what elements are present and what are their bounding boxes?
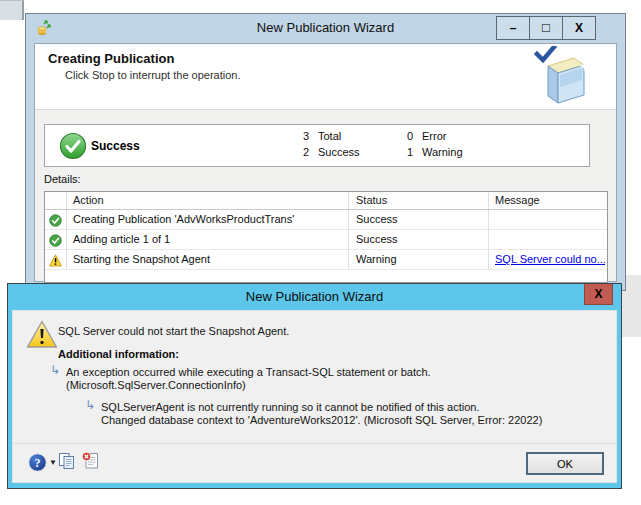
copy-message-button[interactable] bbox=[58, 452, 76, 470]
error-detail-line: An exception occurred while executing a … bbox=[66, 366, 431, 379]
stat-total: 3Total bbox=[297, 130, 341, 142]
table-row[interactable]: Adding article 1 of 1 Success bbox=[45, 230, 607, 250]
success-row-icon bbox=[49, 233, 62, 246]
error-detail-item: ↳ SQLServerAgent is not currently runnin… bbox=[101, 401, 542, 427]
row-status: Warning bbox=[356, 253, 397, 265]
svg-text:?: ? bbox=[35, 456, 41, 470]
background-window-fragment-left bbox=[0, 0, 24, 20]
wizard-titlebar[interactable]: New Publication Wizard – □ X bbox=[26, 14, 625, 43]
column-header-action[interactable]: Action bbox=[73, 194, 104, 206]
page-title: Creating Publication bbox=[48, 51, 174, 66]
close-button[interactable]: X bbox=[562, 16, 596, 40]
row-status: Success bbox=[356, 213, 398, 225]
help-button[interactable]: ? bbox=[28, 453, 47, 472]
row-action: Starting the Snapshot Agent bbox=[73, 253, 210, 265]
save-error-report-button[interactable] bbox=[81, 451, 100, 470]
error-detail-line: Changed database context to 'AdventureWo… bbox=[101, 414, 542, 427]
branch-arrow-icon: ↳ bbox=[50, 364, 60, 377]
success-row-icon bbox=[49, 213, 62, 226]
desktop: New Publication Wizard – □ X Creating Pu… bbox=[0, 0, 641, 505]
error-detail-line: (Microsoft.SqlServer.ConnectionInfo) bbox=[66, 379, 431, 392]
wizard-header: Creating Publication Click Stop to inter… bbox=[35, 44, 616, 110]
dialog-close-button[interactable]: X bbox=[584, 284, 613, 305]
warning-triangle-icon bbox=[26, 320, 58, 349]
summary-status-label: Success bbox=[91, 139, 140, 153]
dialog-error-message: SQL Server could not start the Snapshot … bbox=[58, 325, 289, 337]
error-detail-line: SQLServerAgent is not currently running … bbox=[101, 401, 542, 414]
footer-separator bbox=[13, 443, 616, 444]
window-controls: – □ X bbox=[497, 16, 596, 40]
wizard-window: New Publication Wizard – □ X Creating Pu… bbox=[25, 13, 626, 291]
stat-error: 0Error bbox=[401, 130, 446, 142]
dialog-titlebar[interactable]: New Publication Wizard X bbox=[8, 284, 621, 310]
additional-information-label: Additional information: bbox=[58, 348, 179, 360]
success-check-icon bbox=[59, 132, 87, 160]
column-header-message[interactable]: Message bbox=[495, 194, 540, 206]
details-table: Action Status Message Creating Publicati… bbox=[44, 191, 608, 283]
error-dialog: New Publication Wizard X SQL Server coul… bbox=[7, 283, 622, 489]
column-header-status[interactable]: Status bbox=[356, 194, 387, 206]
ok-button[interactable]: OK bbox=[526, 452, 604, 475]
table-row[interactable]: Creating Publication 'AdvWorksProductTra… bbox=[45, 210, 607, 230]
wizard-body: Success 3Total 2Success 0Error 1Warning … bbox=[35, 111, 616, 281]
details-label: Details: bbox=[44, 173, 81, 185]
minimize-button[interactable]: – bbox=[496, 16, 530, 40]
page-subtitle: Click Stop to interrupt the operation. bbox=[65, 69, 240, 81]
warning-message-link[interactable]: SQL Server could no... bbox=[495, 253, 605, 265]
stat-success: 2Success bbox=[297, 146, 360, 158]
stat-warning: 1Warning bbox=[401, 146, 463, 158]
summary-panel: Success 3Total 2Success 0Error 1Warning bbox=[44, 124, 590, 167]
wizard-content: Creating Publication Click Stop to inter… bbox=[34, 43, 617, 282]
table-row[interactable]: Starting the Snapshot Agent Warning SQL … bbox=[45, 250, 607, 270]
row-action: Adding article 1 of 1 bbox=[73, 233, 170, 245]
error-detail-item: ↳ An exception occurred while executing … bbox=[66, 366, 431, 392]
dialog-title: New Publication Wizard bbox=[8, 289, 621, 304]
table-header: Action Status Message bbox=[45, 192, 607, 210]
maximize-button[interactable]: □ bbox=[529, 16, 563, 40]
row-status: Success bbox=[356, 233, 398, 245]
branch-arrow-icon: ↳ bbox=[85, 399, 95, 412]
row-action: Creating Publication 'AdvWorksProductTra… bbox=[73, 213, 294, 225]
help-dropdown-caret-icon[interactable]: ▼ bbox=[49, 458, 57, 467]
warning-row-icon bbox=[49, 253, 62, 266]
wizard-book-icon bbox=[534, 46, 592, 106]
dialog-body: SQL Server could not start the Snapshot … bbox=[12, 310, 617, 483]
